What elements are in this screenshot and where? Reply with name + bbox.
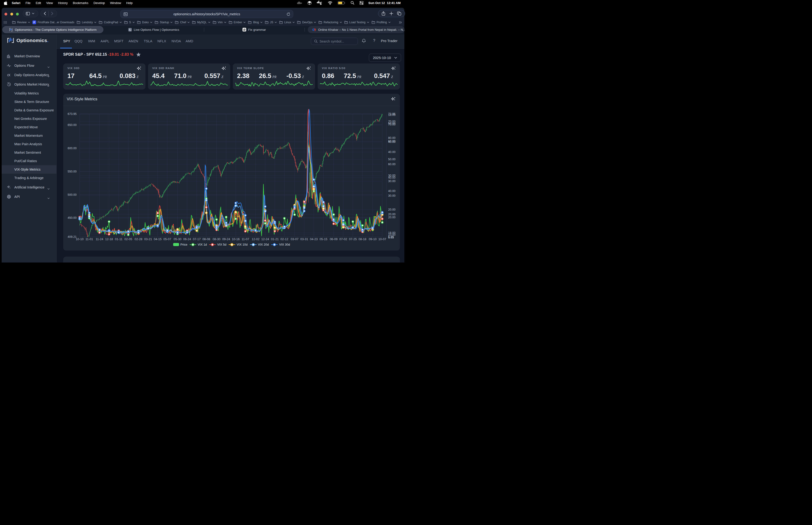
svg-text:09-24: 09-24 bbox=[222, 237, 230, 241]
svg-text:02-12: 02-12 bbox=[280, 237, 288, 241]
svg-text:10-10: 10-10 bbox=[76, 237, 83, 241]
svg-text:11-07: 11-07 bbox=[242, 237, 249, 241]
svg-text:673.95: 673.95 bbox=[68, 112, 77, 116]
svg-text:600.00: 600.00 bbox=[68, 147, 77, 150]
svg-text:04-23: 04-23 bbox=[310, 237, 318, 241]
svg-text:04-15: 04-15 bbox=[154, 237, 162, 241]
svg-text:www: www bbox=[7, 196, 10, 198]
svg-text:05-15: 05-15 bbox=[320, 237, 327, 241]
svg-text:09-10: 09-10 bbox=[369, 237, 377, 241]
svg-text:12-02: 12-02 bbox=[251, 237, 259, 241]
svg-text:30.00: 30.00 bbox=[388, 180, 395, 183]
svg-text:10-07: 10-07 bbox=[378, 237, 386, 241]
svg-text:40.00: 40.00 bbox=[388, 190, 395, 193]
svg-text:30.00: 30.00 bbox=[388, 194, 395, 197]
svg-text:12-24: 12-24 bbox=[261, 237, 269, 241]
svg-text:01-11: 01-11 bbox=[115, 237, 122, 241]
svg-text:03-21: 03-21 bbox=[144, 237, 152, 241]
svg-text:08-18: 08-18 bbox=[358, 237, 366, 241]
svg-text:07-25: 07-25 bbox=[349, 237, 357, 241]
svg-text:409.21: 409.21 bbox=[68, 235, 77, 239]
svg-text:03-31: 03-31 bbox=[300, 237, 308, 241]
svg-text:18.05: 18.05 bbox=[388, 113, 395, 117]
svg-text:07-17: 07-17 bbox=[193, 237, 201, 241]
svg-text:05-30: 05-30 bbox=[174, 237, 181, 241]
svg-text:08-30: 08-30 bbox=[213, 237, 220, 241]
svg-text:50.00: 50.00 bbox=[388, 158, 395, 161]
svg-text:450.00: 450.00 bbox=[68, 216, 77, 220]
svg-text:40.00: 40.00 bbox=[388, 176, 395, 179]
svg-text:02-05: 02-05 bbox=[124, 237, 132, 241]
svg-text:01-21: 01-21 bbox=[271, 237, 279, 241]
svg-text:50.00: 50.00 bbox=[388, 122, 395, 125]
svg-text:40.00: 40.00 bbox=[388, 150, 395, 154]
svg-text:20.00: 20.00 bbox=[388, 208, 395, 211]
svg-text:02-28: 02-28 bbox=[135, 237, 142, 241]
svg-text:11-24: 11-24 bbox=[96, 237, 103, 241]
svg-text:20.00: 20.00 bbox=[388, 216, 395, 219]
svg-text:80.00: 80.00 bbox=[388, 136, 395, 139]
svg-text:07-02: 07-02 bbox=[339, 237, 347, 241]
svg-text:500.00: 500.00 bbox=[68, 193, 77, 196]
svg-text:06-09: 06-09 bbox=[330, 237, 337, 241]
svg-text:40.00: 40.00 bbox=[388, 140, 395, 144]
svg-text:03-07: 03-07 bbox=[291, 237, 298, 241]
svg-text:6.63: 6.63 bbox=[388, 236, 394, 239]
svg-text:550.00: 550.00 bbox=[68, 170, 77, 173]
svg-text:10-16: 10-16 bbox=[232, 237, 240, 241]
svg-text:05-07: 05-07 bbox=[163, 237, 171, 241]
svg-text:650.00: 650.00 bbox=[68, 123, 77, 127]
svg-text:08-08: 08-08 bbox=[202, 237, 210, 241]
svg-text:06-24: 06-24 bbox=[183, 237, 191, 241]
svg-text:11-01: 11-01 bbox=[86, 237, 93, 241]
svg-text:12-18: 12-18 bbox=[105, 237, 113, 241]
svg-text:60.00: 60.00 bbox=[388, 163, 395, 166]
svg-text:20.00: 20.00 bbox=[388, 213, 395, 216]
